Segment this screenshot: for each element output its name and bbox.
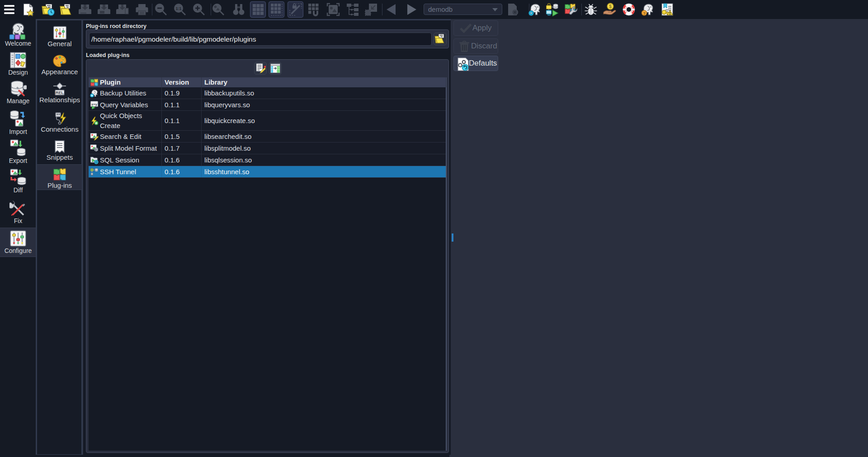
svg-text:REL: REL [56, 90, 64, 95]
svg-text:$: $ [609, 4, 612, 9]
svg-text:x=y: x=y [91, 102, 98, 106]
svg-text:?: ? [643, 11, 645, 16]
svg-text:1:1: 1:1 [176, 6, 182, 11]
